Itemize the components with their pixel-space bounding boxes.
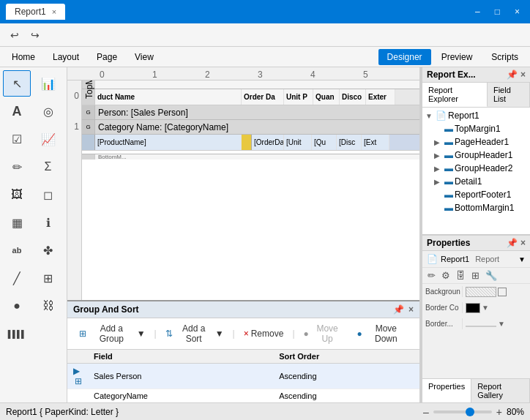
- tool-cross[interactable]: ✤: [34, 237, 62, 263]
- props-pin[interactable]: 📌: [507, 238, 518, 248]
- title-tab-close[interactable]: ×: [52, 7, 56, 16]
- menu-layout[interactable]: Layout: [44, 49, 88, 65]
- prop-value-border[interactable]: ▼: [463, 318, 530, 329]
- minimize-button[interactable]: –: [471, 5, 485, 18]
- tree-reportfooter[interactable]: ▬ ReportFooter1: [422, 188, 530, 201]
- zoom-minus-button[interactable]: –: [422, 406, 430, 418]
- tool-grid[interactable]: ⊞: [34, 265, 62, 291]
- gs-close-icon[interactable]: ×: [408, 304, 414, 315]
- menu-home[interactable]: Home: [3, 49, 44, 65]
- tool-pointer[interactable]: ↖: [3, 70, 31, 97]
- tree-icon-pageheader: ▬: [444, 137, 453, 147]
- prop-row-background: Backgroun: [422, 284, 530, 300]
- remove-btn[interactable]: × Remove: [238, 326, 290, 341]
- tool-edit[interactable]: ✏: [3, 154, 31, 180]
- tool-image[interactable]: 🖼: [3, 181, 31, 208]
- menu-scripts[interactable]: Scripts: [482, 49, 527, 65]
- toolbar: ↩ ↪: [0, 23, 530, 47]
- prop-background-check[interactable]: [498, 288, 507, 296]
- design-surface[interactable]: TopM... duct Name Order Da Unit P Quan D…: [82, 80, 419, 300]
- tree-label-bm: BottomMargin1: [455, 203, 527, 213]
- menu-preview[interactable]: Preview: [433, 49, 482, 65]
- tree-label-gh1: GroupHeader1: [455, 150, 527, 160]
- tab-report-explorer[interactable]: Report Explorer: [422, 83, 488, 107]
- gs-row-sales-person[interactable]: ▶ ⊞ Sales Person Ascending: [67, 364, 419, 389]
- tool-linechart[interactable]: 📈: [34, 126, 62, 152]
- move-up-label: Move Up: [311, 323, 344, 344]
- tree-report1[interactable]: ▼ 📄 Report1: [422, 109, 530, 122]
- prop-background-hatch[interactable]: [466, 287, 496, 297]
- tool-barcode[interactable]: ▌▌▌▌: [3, 320, 31, 347]
- tool-shape[interactable]: ◻: [34, 181, 62, 208]
- tree-label-pageheader: PageHeader1: [455, 137, 527, 147]
- tool-sigma[interactable]: Σ: [34, 154, 62, 180]
- tree-bottommargin[interactable]: ▬ BottomMargin1: [422, 201, 530, 214]
- detail-row[interactable]: [ProductName] [OrderDa [Unit [Qu [Disc […: [82, 135, 419, 151]
- add-sort-label: Add a Sort: [175, 323, 213, 344]
- cell-productname: [ProductName]: [95, 135, 242, 150]
- gs-row-categoryname[interactable]: CategoryName Ascending: [67, 389, 419, 403]
- prop-value-background[interactable]: [463, 285, 530, 299]
- explorer-close[interactable]: ×: [520, 70, 526, 80]
- props-tool-gear[interactable]: ⚙: [439, 269, 452, 282]
- tool-gauge[interactable]: ◎: [34, 98, 62, 124]
- props-tab-gallery[interactable]: Report Gallery: [471, 379, 530, 402]
- title-tab[interactable]: Report1 ×: [6, 4, 65, 20]
- tool-info[interactable]: ℹ: [34, 209, 62, 236]
- tree-groupheader2[interactable]: ▶ ▬ GroupHeader2: [422, 162, 530, 175]
- tree-detail1[interactable]: ▶ ▬ Detail1: [422, 175, 530, 188]
- close-window-button[interactable]: ×: [510, 5, 524, 18]
- gs-pin-icon[interactable]: 📌: [393, 304, 404, 315]
- prop-bordercolor-box[interactable]: [466, 303, 480, 313]
- tree-label-topmargin: TopMargin1: [455, 124, 527, 134]
- props-tool-pencil[interactable]: ✏: [425, 269, 438, 282]
- props-selector-icon: 📄: [427, 254, 438, 264]
- prop-border-arrow[interactable]: ▼: [498, 320, 505, 328]
- props-close[interactable]: ×: [520, 238, 526, 248]
- tree-arrow-detail: ▶: [434, 178, 443, 186]
- add-sort-btn[interactable]: ⇅ Add a Sort ▼: [160, 321, 230, 346]
- tool-chart[interactable]: 📊: [34, 70, 62, 97]
- redo-button[interactable]: ↪: [26, 28, 44, 42]
- gh2-side: G: [82, 120, 95, 134]
- prop-value-bordercolor[interactable]: ▼: [463, 301, 530, 315]
- add-group-btn[interactable]: ⊞ Add a Group ▼: [73, 321, 152, 346]
- gs-title: Group And Sort: [73, 304, 139, 315]
- undo-button[interactable]: ↩: [6, 28, 23, 42]
- canvas-wrapper: 0 1 2 3 4 5 0: [67, 67, 419, 300]
- move-down-btn[interactable]: ● Move Down: [351, 321, 414, 346]
- tree-icon-topmargin: ▬: [444, 124, 453, 134]
- tool-dot[interactable]: ●: [3, 293, 31, 319]
- tree-topmargin[interactable]: ▬ TopMargin1: [422, 122, 530, 135]
- gs-header-icons: 📌 ×: [393, 304, 414, 315]
- cell-orderdate: [OrderDa: [252, 135, 284, 150]
- col-header-orderdate: Order Da: [242, 89, 284, 105]
- props-tab-properties[interactable]: Properties: [422, 379, 471, 402]
- tool-label[interactable]: ab: [3, 237, 31, 263]
- tool-line[interactable]: ╱: [3, 265, 31, 291]
- tool-table[interactable]: ▦: [3, 209, 31, 236]
- tool-check[interactable]: ☑: [3, 126, 31, 152]
- zoom-slider[interactable]: [433, 410, 492, 413]
- cell-unitprice: [Unit: [284, 135, 312, 150]
- tab-field-list[interactable]: Field List: [488, 83, 530, 107]
- tool-complex[interactable]: ⛓: [34, 293, 62, 319]
- menu-view[interactable]: View: [126, 49, 163, 65]
- move-up-btn[interactable]: ● Move Up: [298, 321, 350, 346]
- gs-row1-field: Sales Person: [88, 364, 273, 389]
- tool-text[interactable]: A: [3, 98, 31, 124]
- tree-pageheader[interactable]: ▶ ▬ PageHeader1: [422, 135, 530, 149]
- maximize-button[interactable]: □: [490, 5, 504, 18]
- menu-designer[interactable]: Designer: [378, 49, 431, 65]
- explorer-pin[interactable]: 📌: [507, 70, 518, 80]
- props-tool-copy[interactable]: ⊞: [469, 269, 482, 282]
- prop-bordercolor-arrow[interactable]: ▼: [482, 304, 489, 312]
- menu-page[interactable]: Page: [88, 49, 126, 65]
- status-bar: Report1 { PaperKind: Letter } – + 80%: [0, 402, 530, 420]
- props-tool-wrench[interactable]: 🔧: [483, 269, 499, 282]
- props-dropdown-arrow[interactable]: ▼: [518, 255, 526, 263]
- zoom-plus-button[interactable]: +: [495, 406, 504, 418]
- tree-groupheader1[interactable]: ▶ ▬ GroupHeader1: [422, 149, 530, 162]
- props-tool-db[interactable]: 🗄: [454, 269, 468, 282]
- zoom-thumb[interactable]: [466, 408, 474, 416]
